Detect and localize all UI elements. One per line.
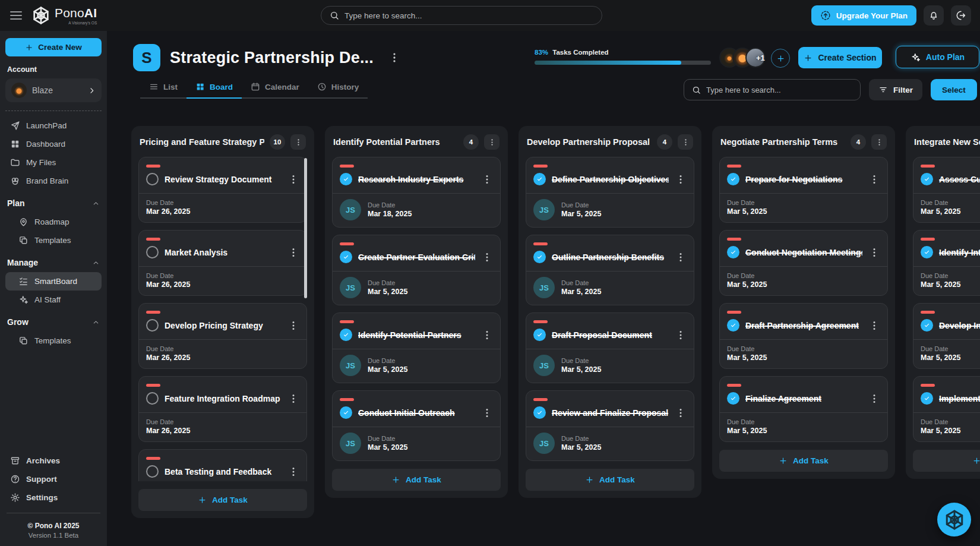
task-menu-button[interactable]	[868, 173, 880, 185]
task-menu-button[interactable]	[675, 407, 687, 419]
tab-list[interactable]: List	[140, 82, 186, 99]
task-card[interactable]: Develop InteDue DateMar 5, 2025	[913, 303, 980, 369]
task-status-checkbox[interactable]	[340, 251, 352, 263]
task-menu-button[interactable]	[675, 173, 687, 185]
column-menu-button[interactable]	[871, 134, 887, 150]
sidebar-item-launchpad[interactable]: LaunchPad	[5, 116, 102, 135]
task-status-checkbox[interactable]	[146, 319, 159, 332]
sidebar-group-grow[interactable]: Grow	[5, 313, 102, 332]
task-status-checkbox[interactable]	[921, 246, 933, 258]
upgrade-plan-button[interactable]: Upgrade Your Plan	[811, 5, 916, 26]
add-task-button[interactable]: Add Task	[332, 469, 501, 491]
notifications-button[interactable]	[924, 5, 944, 26]
task-card[interactable]: Beta Testing and FeedbackDue Date	[138, 449, 307, 481]
task-card[interactable]: Draft Partnership AgreementDue DateMar 5…	[719, 303, 888, 369]
sidebar-group-plan[interactable]: Plan	[5, 194, 102, 213]
board-search-input[interactable]	[706, 86, 852, 94]
task-card[interactable]: Create Partner Evaluation CriteriaJSDue …	[332, 235, 501, 305]
task-menu-button[interactable]	[675, 329, 687, 341]
project-menu-button[interactable]	[388, 51, 401, 64]
sidebar-item-roadmap[interactable]: Roadmap	[5, 213, 102, 231]
add-task-button[interactable]: Add Task	[138, 489, 307, 511]
sidebar-group-manage[interactable]: Manage	[5, 253, 102, 272]
task-status-checkbox[interactable]	[146, 246, 159, 258]
task-status-checkbox[interactable]	[727, 392, 739, 405]
column-menu-button[interactable]	[484, 134, 500, 150]
task-menu-button[interactable]	[868, 247, 880, 258]
task-card[interactable]: Finalize AgreementDue DateMar 5, 2025	[719, 376, 888, 442]
task-card[interactable]: Identify Potential PartnersJSDue DateMar…	[332, 313, 501, 383]
task-menu-button[interactable]	[868, 320, 880, 332]
tab-board[interactable]: Board	[186, 82, 242, 99]
task-menu-button[interactable]	[481, 407, 493, 419]
task-status-checkbox[interactable]	[146, 173, 159, 185]
global-search-input[interactable]	[344, 11, 593, 20]
task-status-checkbox[interactable]	[340, 406, 352, 419]
task-menu-button[interactable]	[868, 393, 880, 405]
member-avatars[interactable]: +1	[719, 48, 765, 68]
sidebar-item-settings[interactable]: Settings	[5, 488, 102, 507]
task-status-checkbox[interactable]	[921, 173, 933, 185]
task-card[interactable]: Conduct Negotiation MeetingsDue DateMar …	[719, 230, 888, 296]
task-card[interactable]: Review and Finalize ProposalJSDue DateMa…	[526, 390, 694, 461]
task-card[interactable]: Develop Pricing StrategyDue DateMar 26, …	[138, 303, 307, 369]
sidebar-item-smartboard[interactable]: SmartBoard	[5, 272, 102, 291]
sidebar-item-dashboard[interactable]: Dashboard	[5, 135, 102, 153]
column-menu-button[interactable]	[678, 134, 693, 150]
task-card[interactable]: Identify IntegrDue DateMar 5, 2025	[913, 230, 980, 296]
task-status-checkbox[interactable]	[533, 251, 546, 263]
add-task-button[interactable]: Add Task	[913, 450, 980, 472]
task-status-checkbox[interactable]	[727, 319, 739, 332]
sidebar-item-templates[interactable]: Templates	[5, 231, 102, 250]
select-button[interactable]: Select	[931, 79, 977, 100]
task-status-checkbox[interactable]	[340, 329, 352, 341]
task-status-checkbox[interactable]	[727, 246, 739, 258]
task-menu-button[interactable]	[287, 393, 299, 405]
task-card[interactable]: Implement NDue DateMar 5, 2025	[913, 376, 980, 442]
task-menu-button[interactable]	[481, 173, 493, 185]
create-new-button[interactable]: Create New	[5, 38, 102, 56]
task-card[interactable]: Market AnalysisDue DateMar 26, 2025	[138, 230, 307, 296]
tab-history[interactable]: History	[308, 82, 368, 99]
sidebar-item-brand-brain[interactable]: Brand Brain	[5, 172, 102, 190]
task-status-checkbox[interactable]	[921, 319, 933, 332]
task-card[interactable]: Define Partnership ObjectivesJSDue DateM…	[526, 157, 694, 228]
sidebar-item-templates[interactable]: Templates	[5, 332, 102, 350]
tab-calendar[interactable]: Calendar	[242, 82, 308, 99]
task-status-checkbox[interactable]	[533, 406, 546, 419]
add-member-button[interactable]	[771, 49, 790, 68]
task-card[interactable]: Conduct Initial OutreachJSDue DateMar 5,…	[332, 390, 501, 461]
task-card[interactable]: Outline Partnership BenefitsJSDue DateMa…	[526, 235, 694, 305]
task-status-checkbox[interactable]	[146, 465, 159, 478]
add-task-button[interactable]: Add Task	[719, 450, 888, 472]
task-status-checkbox[interactable]	[533, 173, 546, 185]
task-status-checkbox[interactable]	[146, 392, 159, 405]
task-menu-button[interactable]	[481, 329, 493, 341]
pono-assistant-fab[interactable]	[937, 503, 971, 536]
task-menu-button[interactable]	[287, 320, 299, 332]
sidebar-item-ai-staff[interactable]: AI Staff	[5, 291, 102, 309]
auto-plan-button[interactable]: Auto Plan	[896, 46, 979, 68]
sidebar-item-archives[interactable]: Archives	[5, 452, 102, 470]
sidebar-item-my-files[interactable]: My Files	[5, 153, 102, 172]
task-status-checkbox[interactable]	[340, 173, 352, 185]
task-card[interactable]: Draft Proposal DocumentJSDue DateMar 5, …	[526, 313, 694, 383]
sidebar-item-support[interactable]: Support	[5, 470, 102, 488]
hamburger-menu-button[interactable]	[9, 8, 23, 23]
task-menu-button[interactable]	[287, 247, 299, 258]
add-task-button[interactable]: Add Task	[526, 469, 694, 491]
task-status-checkbox[interactable]	[921, 392, 933, 405]
task-menu-button[interactable]	[287, 466, 299, 478]
filter-button[interactable]: Filter	[869, 79, 922, 100]
logout-button[interactable]	[951, 5, 971, 26]
column-menu-button[interactable]	[290, 134, 306, 150]
account-switcher[interactable]: Blaze	[5, 78, 102, 102]
task-card[interactable]: Research Industry ExpertsJSDue DateMar 1…	[332, 157, 501, 228]
task-card[interactable]: Prepare for NegotiationsDue DateMar 5, 2…	[719, 157, 888, 223]
task-status-checkbox[interactable]	[727, 173, 739, 185]
task-card[interactable]: Assess CurreDue DateMar 5, 2025	[913, 157, 980, 223]
task-status-checkbox[interactable]	[533, 329, 546, 341]
create-section-button[interactable]: Create Section	[798, 47, 882, 68]
column-scrollbar[interactable]	[304, 158, 307, 298]
task-menu-button[interactable]	[287, 173, 299, 185]
